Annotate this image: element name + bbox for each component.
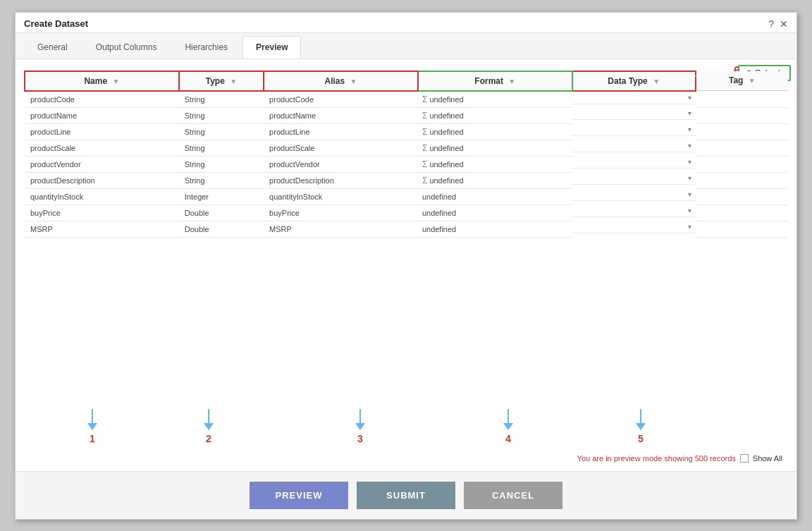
annotation-3: 3 <box>357 433 363 444</box>
arrowhead-3 <box>355 423 365 430</box>
annotation-5: 5 <box>638 433 644 444</box>
cell-format: Σ undefined <box>418 107 572 123</box>
arrow-line-3 <box>359 409 361 423</box>
cell-tag <box>696 123 788 140</box>
format-value: undefined <box>429 160 463 169</box>
cell-name: buyPrice <box>25 205 179 221</box>
annotation-5-container: 5 <box>636 409 646 444</box>
cell-tag <box>696 91 788 108</box>
dropdown-arrow-icon: ▾ <box>688 174 691 182</box>
filter-icon-type[interactable]: ▼ <box>230 78 237 85</box>
col-header-tag: Tag ▼ <box>696 71 788 91</box>
format-value: undefined <box>429 95 463 104</box>
cell-type: String <box>179 107 264 123</box>
table-row: productScaleStringproductScaleΣ undefine… <box>25 140 788 156</box>
arrowhead-4 <box>503 423 513 430</box>
cell-datatype[interactable]: ▾ <box>572 188 696 201</box>
cell-type: String <box>179 123 264 140</box>
cell-name: productName <box>25 107 179 123</box>
create-dataset-dialog: Create Dataset ? ✕ General Output Column… <box>15 12 797 520</box>
cell-datatype[interactable]: ▾ <box>572 221 696 233</box>
tabs-bar: General Output Columns Hierarchies Previ… <box>16 33 796 59</box>
show-all-checkbox[interactable] <box>740 454 749 463</box>
cell-datatype[interactable]: ▾ <box>572 205 696 217</box>
annotation-4: 4 <box>505 433 511 444</box>
arrow-line-1 <box>92 409 93 423</box>
cell-alias: MSRP <box>264 221 418 237</box>
annotation-2-container: 2 <box>204 409 214 444</box>
close-icon[interactable]: ✕ <box>780 18 788 30</box>
dialog-footer: PREVIEW SUBMIT CANCEL <box>16 471 796 519</box>
arrowhead-1 <box>87 423 97 430</box>
preview-button[interactable]: PREVIEW <box>250 482 348 509</box>
filter-icon-name[interactable]: ▼ <box>112 78 119 85</box>
annotation-1-container: 1 <box>87 409 97 444</box>
annotation-4-container: 4 <box>503 409 513 444</box>
filter-icon-tag[interactable]: ▼ <box>749 77 756 85</box>
cell-name: productCode <box>25 91 179 108</box>
format-value: undefined <box>429 111 463 120</box>
arrow-line-2 <box>208 409 209 423</box>
tab-hierarchies[interactable]: Hierarchies <box>171 36 241 59</box>
cell-name: productLine <box>25 123 179 140</box>
cell-datatype[interactable]: ▾ <box>572 92 696 104</box>
annotation-1: 1 <box>90 433 95 444</box>
sigma-icon: Σ <box>422 94 427 104</box>
tab-preview[interactable]: Preview <box>242 36 301 59</box>
filter-icon-format[interactable]: ▼ <box>508 78 515 85</box>
cell-tag <box>696 107 788 123</box>
cell-type: Integer <box>179 188 264 205</box>
sigma-icon: Σ <box>422 127 427 137</box>
format-value: undefined <box>429 128 463 136</box>
cell-datatype[interactable]: ▾ <box>572 140 696 152</box>
table-body: productCodeStringproductCodeΣ undefined▾… <box>25 91 788 238</box>
col-header-format: Format ▼ <box>418 71 572 91</box>
cell-alias: productVendor <box>264 156 418 172</box>
annotations-row: 1 2 3 4 5 <box>24 409 788 451</box>
arrow-line-5 <box>640 409 641 423</box>
help-icon[interactable]: ? <box>768 18 774 30</box>
cell-type: Double <box>179 205 264 221</box>
submit-button[interactable]: SUBMIT <box>357 482 455 509</box>
cell-tag <box>696 172 788 188</box>
cell-format: Σ undefined <box>418 140 572 156</box>
format-value: undefined <box>429 144 463 152</box>
cell-datatype[interactable]: ▾ <box>572 172 696 185</box>
cell-tag <box>696 221 788 237</box>
cell-alias: productLine <box>264 123 418 140</box>
header-icons: ? ✕ <box>768 18 788 30</box>
table-row: productVendorStringproductVendorΣ undefi… <box>25 156 788 172</box>
filter-icon-alias[interactable]: ▼ <box>350 78 357 85</box>
sigma-icon: Σ <box>422 176 427 185</box>
table-row: productLineStringproductLineΣ undefined▾ <box>25 123 788 140</box>
content-area: 6 ⟳ Refresh <box>16 59 796 471</box>
tab-general[interactable]: General <box>24 36 81 59</box>
show-all-label: Show All <box>753 454 782 463</box>
table-row: quantityInStockIntegerquantityInStockund… <box>25 188 788 205</box>
cell-format: undefined <box>418 188 572 205</box>
tab-output-columns[interactable]: Output Columns <box>82 36 171 59</box>
cell-datatype[interactable]: ▾ <box>572 107 696 120</box>
cell-datatype[interactable]: ▾ <box>572 156 696 169</box>
cell-type: Double <box>179 221 264 237</box>
cell-type: String <box>179 91 264 108</box>
col-header-datatype: Data Type ▼ <box>572 71 696 91</box>
filter-icon-datatype[interactable]: ▼ <box>653 78 660 85</box>
table-row: productNameStringproductNameΣ undefined▾ <box>25 107 788 123</box>
cell-alias: productDescription <box>264 172 418 188</box>
sigma-icon: Σ <box>422 111 427 121</box>
cell-type: String <box>179 156 264 172</box>
table-row: MSRPDoubleMSRPundefined▾ <box>25 221 788 237</box>
dialog-title: Create Dataset <box>24 18 88 29</box>
dropdown-arrow-icon: ▾ <box>688 158 691 166</box>
annotation-3-container: 3 <box>355 409 365 444</box>
cell-tag <box>696 156 788 172</box>
cell-datatype[interactable]: ▾ <box>572 123 696 136</box>
dropdown-arrow-icon: ▾ <box>688 94 691 102</box>
table-row: productCodeStringproductCodeΣ undefined▾ <box>25 91 788 108</box>
cancel-button[interactable]: CANCEL <box>464 482 562 509</box>
cell-format: undefined <box>418 205 572 221</box>
arrow-line-4 <box>508 409 509 423</box>
col-header-name: Name ▼ <box>25 71 179 91</box>
preview-status-bar: You are in preview mode showing 500 reco… <box>24 451 788 465</box>
